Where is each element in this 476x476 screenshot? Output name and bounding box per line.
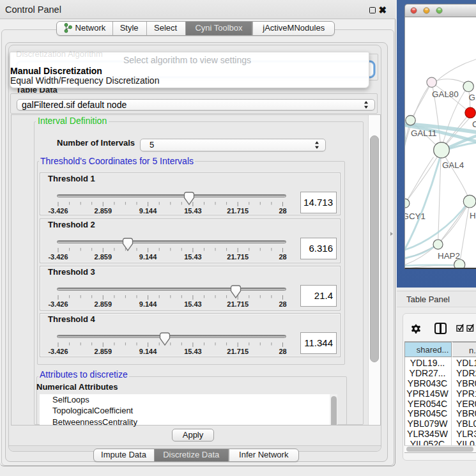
svg-text:HAP2: HAP2: [438, 251, 460, 261]
svg-text:H: H: [470, 211, 476, 220]
svg-text:GAL4: GAL4: [442, 160, 464, 170]
svg-text:GAL11: GAL11: [411, 128, 437, 138]
svg-text:C: C: [472, 119, 476, 129]
svg-text:G.: G.: [469, 93, 476, 102]
svg-text:GCY1: GCY1: [404, 211, 426, 221]
svg-text:GAL80: GAL80: [432, 89, 459, 99]
